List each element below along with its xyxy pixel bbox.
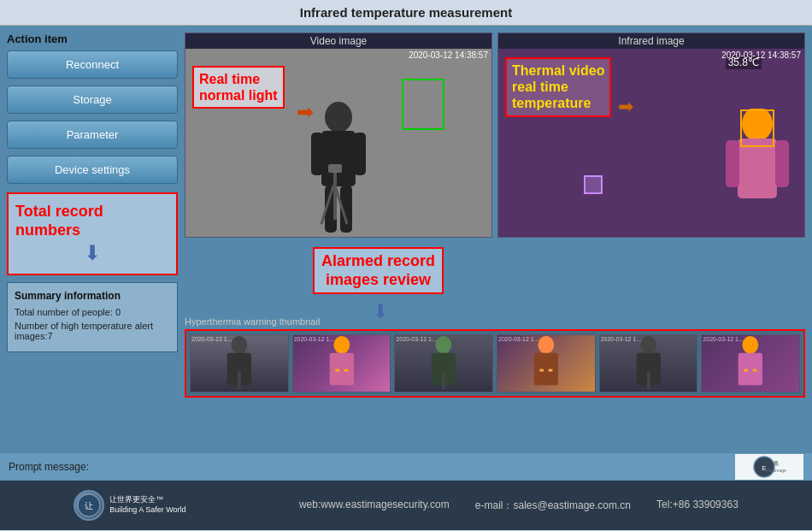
svg-text:黑: 黑	[774, 461, 779, 466]
video-section: Video image 2020-03-12 14:38:57	[185, 32, 492, 238]
thumb-3-timestamp: 2020-03-12 1...	[396, 336, 436, 342]
app-title: Infrared temperature measurement	[300, 5, 512, 20]
thumb-3[interactable]: 2020-03-12 1...	[394, 334, 493, 392]
total-record-arrow: ⬇	[15, 241, 169, 265]
reconnect-button[interactable]: Reconnect	[7, 50, 178, 79]
infrared-content: 2020-03-12 14:38:57 35.8℃ Th	[498, 49, 804, 237]
svg-point-22	[436, 336, 452, 354]
svg-point-10	[742, 109, 773, 141]
alarmed-section: Alarmed record images review ⬇	[185, 243, 805, 311]
logo-area: E 黑 Eastimage	[735, 454, 803, 480]
thumb-5-timestamp: 2020-03-12 1...	[601, 336, 641, 342]
green-face-box	[402, 79, 444, 130]
footer-links: web:www.eastimagesecurity.com e-mail：sal…	[299, 499, 738, 513]
svg-rect-31	[647, 371, 650, 389]
video-content: 2020-03-12 14:38:57	[185, 49, 491, 237]
footer-logo-circle: 让	[74, 490, 104, 521]
svg-point-18	[333, 336, 350, 354]
total-record-box: Total record numbers ⬇	[7, 192, 178, 275]
svg-point-29	[640, 336, 656, 354]
thumb-1-timestamp: 2020-03-12 1...	[191, 336, 232, 342]
thermal-text: Thermal video real time temperature	[512, 62, 604, 112]
svg-rect-20	[335, 369, 339, 372]
footer-logo-text: 让世界更安全™ Building A Safer World	[109, 495, 185, 515]
thumb-2[interactable]: 2020-03-12 1...	[292, 334, 391, 392]
thumbnails-label: Hyperthermia warning thumbnail	[185, 316, 805, 327]
svg-point-15	[231, 336, 247, 354]
svg-rect-17	[238, 371, 241, 389]
infrared-timestamp: 2020-03-12 14:38:57	[721, 50, 801, 60]
thumb-2-timestamp: 2020-03-12 1...	[294, 336, 334, 342]
thermal-person	[719, 109, 796, 237]
svg-text:让: 让	[85, 501, 93, 510]
thermal-arrow: ➡	[618, 96, 633, 118]
thumb-5[interactable]: 2020-03-12 1...	[599, 334, 698, 392]
annotation-arrow-right: ➡	[297, 100, 314, 124]
thumb-6-timestamp: 2020-03-12 1...	[703, 336, 743, 342]
parameter-button[interactable]: Parameter	[7, 121, 178, 149]
left-panel: Action item Reconnect Storage Parameter …	[7, 32, 178, 446]
svg-text:Eastimage: Eastimage	[766, 468, 786, 473]
svg-rect-27	[539, 369, 544, 372]
title-bar: Infrared temperature measurement	[0, 0, 812, 26]
thumb-4-timestamp: 2020-03-12 1...	[498, 336, 538, 342]
svg-rect-19	[329, 353, 353, 386]
thumb-1[interactable]: 2020-03-12 1...	[190, 334, 289, 392]
svg-rect-34	[744, 369, 749, 372]
svg-rect-2	[311, 133, 323, 175]
svg-rect-1	[321, 131, 356, 186]
summary-people-count: Total number of people: 0	[15, 307, 170, 317]
svg-rect-33	[738, 353, 762, 386]
svg-rect-35	[753, 369, 757, 372]
svg-rect-21	[344, 369, 348, 372]
video-row: Video image 2020-03-12 14:38:57	[185, 32, 805, 238]
real-time-annotation: Real time normal light	[192, 66, 285, 109]
svg-rect-6	[333, 168, 337, 220]
storage-button[interactable]: Storage	[7, 86, 178, 114]
svg-rect-3	[354, 133, 366, 175]
thumbnails-container: 2020-03-12 1... 2020-03-12 1...	[185, 329, 805, 398]
real-time-text: Real time normal light	[199, 71, 278, 103]
prompt-label: Prompt message:	[9, 461, 89, 473]
svg-rect-13	[775, 140, 789, 187]
svg-point-32	[743, 336, 759, 354]
svg-rect-24	[442, 371, 445, 389]
video-section-label: Video image	[185, 33, 491, 49]
action-item-label: Action item	[7, 32, 178, 45]
svg-rect-11	[738, 139, 777, 198]
square-marker	[584, 175, 603, 194]
footer-logo: 让 让世界更安全™ Building A Safer World	[74, 490, 185, 521]
main-area: Action item Reconnect Storage Parameter …	[0, 26, 812, 453]
bottom-bar: Prompt message: E 黑 Eastimage	[0, 453, 812, 481]
total-record-text: Total record numbers	[15, 203, 169, 239]
alarmed-annotation: Alarmed record images review	[313, 247, 444, 294]
person-silhouette	[304, 100, 373, 237]
svg-rect-9	[328, 164, 342, 173]
alarmed-text: Alarmed record images review	[321, 252, 435, 289]
footer-email: e-mail：sales@eastimage.com.cn	[475, 499, 631, 513]
footer-website: web:www.eastimagesecurity.com	[299, 499, 450, 513]
thermal-annotation: Thermal video real time temperature	[505, 57, 611, 117]
infrared-section: Infrared image 2020-03-12 14:38:57 35.8℃	[497, 32, 805, 238]
summary-box: Summary information Total number of peop…	[7, 282, 178, 352]
infrared-section-label: Infrared image	[498, 33, 804, 49]
thumb-6[interactable]: 2020-03-12 1...	[701, 334, 800, 392]
thumb-4[interactable]: 2020-03-12 1...	[497, 334, 596, 392]
alarmed-arrow-down: ⬇	[373, 301, 388, 323]
svg-rect-28	[549, 369, 553, 372]
video-timestamp: 2020-03-12 14:38:57	[409, 50, 488, 60]
thumbnails-section: Hyperthermia warning thumbnail 2020-03-1…	[185, 316, 805, 446]
action-buttons: Reconnect Storage Parameter Device setti…	[7, 50, 178, 184]
summary-title: Summary information	[15, 290, 170, 302]
summary-alert-count: Number of high temperature alert images:…	[15, 321, 170, 341]
footer: 让 让世界更安全™ Building A Safer World web:www…	[0, 481, 812, 530]
svg-point-25	[538, 336, 554, 354]
svg-point-0	[325, 102, 352, 133]
right-panel: Video image 2020-03-12 14:38:57	[185, 32, 805, 446]
svg-rect-26	[534, 353, 558, 386]
footer-tel: Tel:+86 33909363	[656, 499, 738, 513]
svg-rect-12	[726, 140, 739, 187]
device-settings-button[interactable]: Device settings	[7, 156, 178, 184]
